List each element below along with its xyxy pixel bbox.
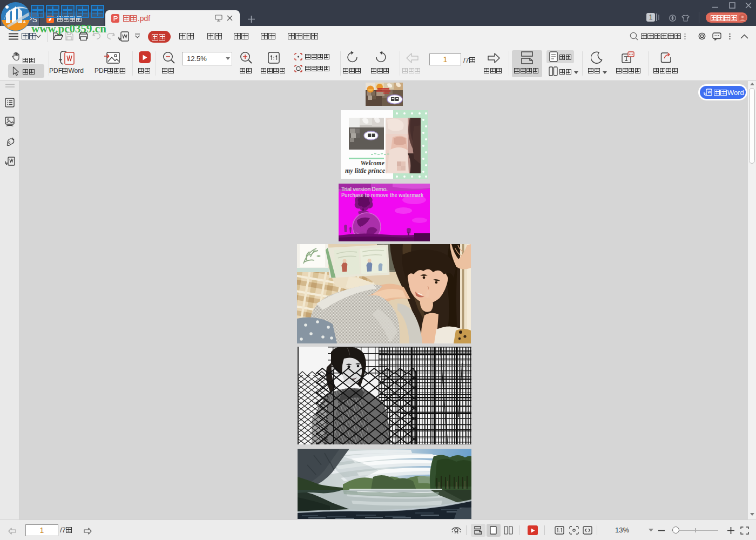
svg-text:Welcome: Welcome <box>361 159 385 167</box>
svg-text:my little prince: my little prince <box>345 167 386 174</box>
svg-text:Purchase to remove the waterma: Purchase to remove the watermark <box>341 192 423 198</box>
